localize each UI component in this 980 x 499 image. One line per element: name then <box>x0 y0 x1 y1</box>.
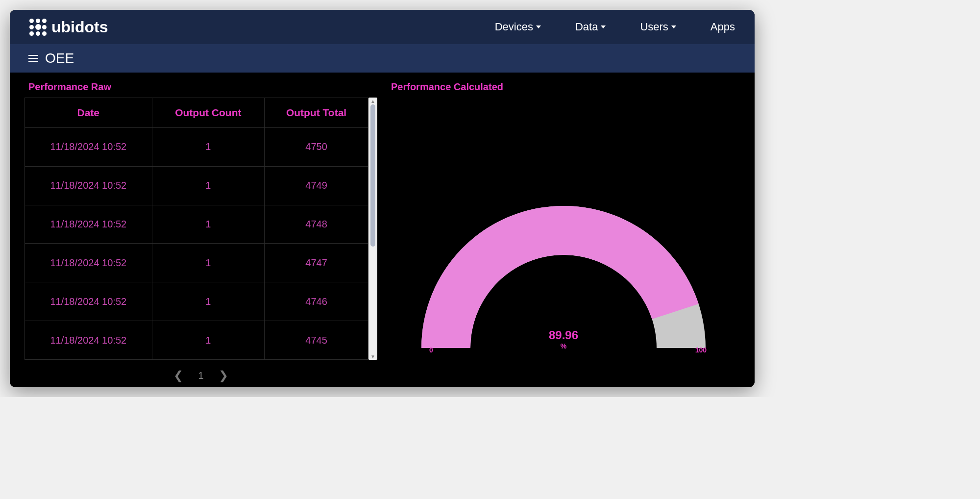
nav-apps-label: Apps <box>710 21 735 33</box>
nav-devices-label: Devices <box>495 21 533 33</box>
cell-count: 1 <box>152 128 265 167</box>
app-window: ubidots Devices Data Users Apps OEE <box>10 10 755 387</box>
cell-count: 1 <box>152 166 265 205</box>
cell-date: 11/18/2024 10:52 <box>25 282 152 321</box>
table-row[interactable]: 11/18/2024 10:52 1 4746 <box>25 282 368 321</box>
brand-name: ubidots <box>51 18 108 36</box>
panel-title-calculated: Performance Calculated <box>387 81 740 93</box>
performance-gauge: 0 100 89.96 % <box>416 191 710 358</box>
col-output-count: Output Count <box>152 98 265 128</box>
gauge-value: 89.96 % <box>549 328 578 350</box>
performance-calculated-panel: Performance Calculated 0 100 89.96 % <box>387 81 740 387</box>
table-row[interactable]: 11/18/2024 10:52 1 4747 <box>25 244 368 282</box>
table-header-row: Date Output Count Output Total <box>25 98 368 128</box>
chevron-down-icon <box>536 25 541 28</box>
cell-total: 4750 <box>265 128 368 167</box>
cell-date: 11/18/2024 10:52 <box>25 205 152 244</box>
scroll-up-icon[interactable]: ▲ <box>368 98 377 104</box>
cell-date: 11/18/2024 10:52 <box>25 128 152 167</box>
chevron-down-icon <box>601 25 606 28</box>
top-nav-bar: ubidots Devices Data Users Apps <box>10 10 755 44</box>
menu-icon[interactable] <box>28 55 38 62</box>
cell-date: 11/18/2024 10:52 <box>25 166 152 205</box>
col-output-total: Output Total <box>265 98 368 128</box>
current-page: 1 <box>198 370 203 381</box>
cell-total: 4748 <box>265 205 368 244</box>
brand-logo[interactable]: ubidots <box>29 18 108 36</box>
chevron-down-icon <box>671 25 676 28</box>
cell-total: 4749 <box>265 166 368 205</box>
panel-title-raw: Performance Raw <box>24 81 377 93</box>
cell-total: 4747 <box>265 244 368 282</box>
main-nav: Devices Data Users Apps <box>495 21 735 33</box>
cell-date: 11/18/2024 10:52 <box>25 321 152 360</box>
nav-data-label: Data <box>575 21 598 33</box>
cell-count: 1 <box>152 321 265 360</box>
cell-total: 4746 <box>265 282 368 321</box>
logo-icon <box>29 19 47 36</box>
table-row[interactable]: 11/18/2024 10:52 1 4748 <box>25 205 368 244</box>
gauge-max-label: 100 <box>695 346 707 354</box>
performance-raw-table: Date Output Count Output Total 11/18/202… <box>24 98 368 360</box>
next-page-button[interactable]: ❯ <box>219 369 228 382</box>
table-wrapper: Date Output Count Output Total 11/18/202… <box>24 98 377 360</box>
table-paginator: ❮ 1 ❯ <box>24 360 377 387</box>
page-title: OEE <box>45 50 74 66</box>
cell-count: 1 <box>152 244 265 282</box>
cell-count: 1 <box>152 205 265 244</box>
nav-devices[interactable]: Devices <box>495 21 541 33</box>
table-scrollbar[interactable]: ▲ ▼ <box>368 98 377 360</box>
table-row[interactable]: 11/18/2024 10:52 1 4750 <box>25 128 368 167</box>
performance-raw-panel: Performance Raw Date Output Count Output… <box>24 81 377 387</box>
prev-page-button[interactable]: ❮ <box>173 369 183 382</box>
cell-count: 1 <box>152 282 265 321</box>
cell-total: 4745 <box>265 321 368 360</box>
scrollbar-thumb[interactable] <box>370 104 375 247</box>
table-row[interactable]: 11/18/2024 10:52 1 4749 <box>25 166 368 205</box>
gauge-area: 0 100 89.96 % <box>387 98 740 387</box>
dashboard-content: Performance Raw Date Output Count Output… <box>10 73 755 387</box>
nav-users[interactable]: Users <box>640 21 676 33</box>
col-date: Date <box>25 98 152 128</box>
gauge-min-label: 0 <box>429 346 433 354</box>
page-header: OEE <box>10 44 755 73</box>
cell-date: 11/18/2024 10:52 <box>25 244 152 282</box>
nav-apps[interactable]: Apps <box>710 21 735 33</box>
gauge-unit: % <box>549 342 578 350</box>
nav-users-label: Users <box>640 21 668 33</box>
gauge-value-number: 89.96 <box>549 328 578 342</box>
nav-data[interactable]: Data <box>575 21 606 33</box>
scroll-down-icon[interactable]: ▼ <box>368 353 377 360</box>
table-row[interactable]: 11/18/2024 10:52 1 4745 <box>25 321 368 360</box>
